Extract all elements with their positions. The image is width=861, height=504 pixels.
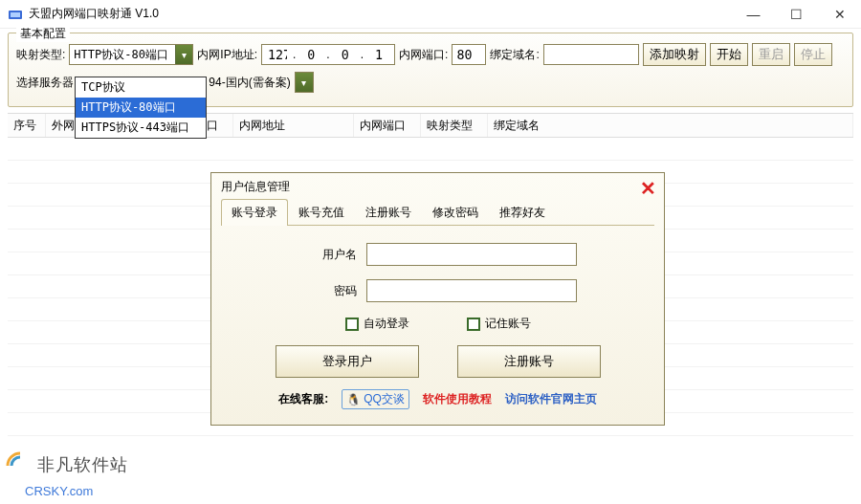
bind-domain-label: 绑定域名: [490,47,539,63]
lan-port-input[interactable] [452,44,486,65]
lan-port-label: 内网端口: [399,47,448,63]
group-title: 基本配置 [16,26,70,42]
server-label: 选择服务器: [16,75,77,91]
chevron-down-icon[interactable]: ▾ [296,73,313,92]
username-input[interactable] [366,243,577,266]
watermark-text: 非凡软件站 [37,455,128,474]
ip-seg-a[interactable] [264,46,291,63]
user-info-dialog: ✕ 用户信息管理 账号登录 账号充值 注册账号 修改密码 推荐好友 用户名 密码… [210,172,665,426]
register-button[interactable]: 注册账号 [457,345,601,378]
watermark: 非凡软件站 CRSKY.com [6,451,128,498]
password-label: 密码 [299,283,357,299]
ip-seg-c[interactable] [332,46,359,63]
window-title: 天盟内网端口映射通 V1.0 [29,6,732,22]
bind-domain-input[interactable] [543,44,639,65]
start-button[interactable]: 开始 [710,43,748,66]
title-bar: 天盟内网端口映射通 V1.0 — ☐ ✕ [0,0,861,29]
tab-recharge[interactable]: 账号充值 [288,199,355,226]
password-input[interactable] [366,279,577,302]
ip-seg-d[interactable] [365,46,392,63]
add-mapping-button[interactable]: 添加映射 [643,43,706,66]
auto-login-checkbox[interactable]: 自动登录 [345,316,409,332]
table-row [8,138,853,161]
dropdown-option-tcp[interactable]: TCP协议 [76,77,206,98]
server-combo[interactable]: ▾ [295,72,314,93]
login-button[interactable]: 登录用户 [276,345,419,378]
service-label: 在线客服: [278,391,328,407]
restart-button[interactable]: 重启 [752,43,790,66]
tab-refer[interactable]: 推荐好友 [489,199,556,226]
watermark-icon [6,451,34,484]
close-button[interactable]: ✕ [818,0,861,28]
mapping-type-value: HTTP协议-80端口 [70,47,172,63]
dropdown-option-https[interactable]: HTTPS协议-443端口 [76,118,206,138]
th-seq[interactable]: 序号 [8,114,46,137]
remember-account-checkbox[interactable]: 记住账号 [467,316,531,332]
tab-login[interactable]: 账号登录 [221,199,288,226]
official-site-link[interactable]: 访问软件官网主页 [505,391,597,407]
username-label: 用户名 [299,247,357,263]
dialog-tabs: 账号登录 账号充值 注册账号 修改密码 推荐好友 [221,199,654,226]
th-domain[interactable]: 绑定域名 [488,114,853,137]
lan-ip-input[interactable]: . . . [261,44,395,65]
th-lan-addr[interactable]: 内网地址 [233,114,354,137]
checkbox-icon [467,318,480,331]
maximize-button[interactable]: ☐ [775,0,818,28]
tutorial-link[interactable]: 软件使用教程 [423,391,492,407]
checkbox-icon [345,318,359,331]
server-suffix: 94-国内(需备案) [209,75,290,91]
watermark-url: CRSKY.com [25,484,93,498]
config-row-1: 映射类型: HTTP协议-80端口 ▾ 内网IP地址: . . . 内网端口: … [16,43,845,66]
lan-ip-label: 内网IP地址: [197,47,257,63]
dropdown-option-http[interactable]: HTTP协议-80端口 [76,98,206,118]
app-icon [8,7,23,22]
mapping-type-dropdown[interactable]: TCP协议 HTTP协议-80端口 HTTPS协议-443端口 [75,77,207,139]
qq-icon: 🐧 [346,393,361,406]
ip-seg-b[interactable] [298,46,324,63]
dialog-close-button[interactable]: ✕ [640,177,656,200]
th-map-type[interactable]: 映射类型 [421,114,488,137]
auto-login-label: 自动登录 [364,316,409,332]
qq-chat-link[interactable]: 🐧 QQ交谈 [342,389,409,409]
remember-label: 记住账号 [485,316,531,332]
stop-button[interactable]: 停止 [794,43,832,66]
mapping-type-label: 映射类型: [16,47,65,63]
login-form: 用户名 密码 自动登录 记住账号 登录用户 注册账号 在线客服: 🐧 Q [211,226,664,415]
svg-rect-1 [11,12,20,17]
tab-register[interactable]: 注册账号 [355,199,422,226]
chevron-down-icon[interactable]: ▾ [175,45,192,64]
th-lan-port[interactable]: 内网端口 [354,114,421,137]
dialog-title: 用户信息管理 [211,173,664,199]
tab-changepwd[interactable]: 修改密码 [422,199,489,226]
minimize-button[interactable]: — [732,0,775,28]
mapping-type-combo[interactable]: HTTP协议-80端口 ▾ [69,44,193,65]
